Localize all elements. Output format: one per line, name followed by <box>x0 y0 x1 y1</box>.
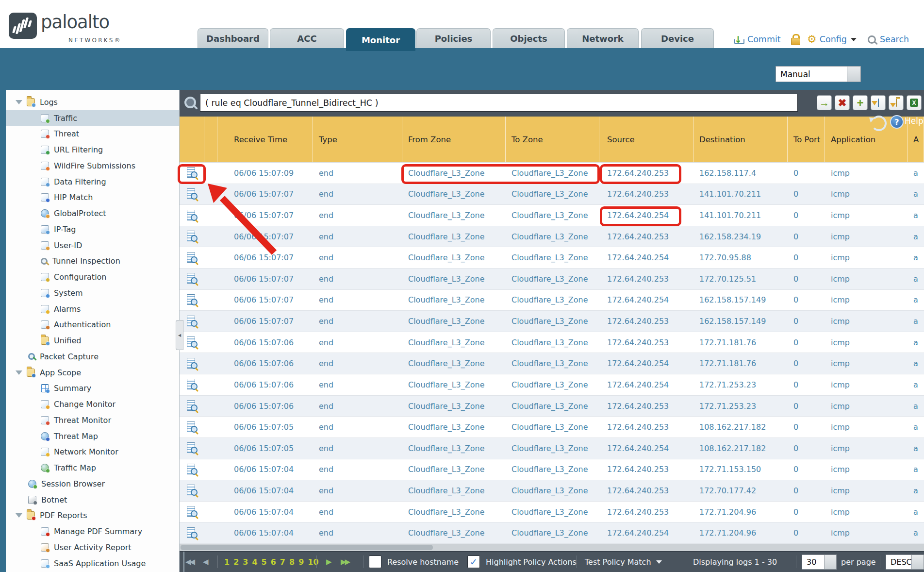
clear-filter-button[interactable]: ✖ <box>835 95 850 110</box>
scrollbar-thumb[interactable] <box>181 545 433 550</box>
tab-monitor[interactable]: Monitor <box>346 28 415 51</box>
log-row[interactable]: 06/06 15:07:04endCloudflare_L3_ZoneCloud… <box>180 502 924 523</box>
log-detail-button[interactable] <box>180 247 204 268</box>
config-menu-button[interactable]: ⚙ Config <box>807 32 857 47</box>
log-detail-button[interactable] <box>180 374 204 395</box>
page-number-4[interactable]: 4 <box>252 557 257 567</box>
log-detail-button[interactable] <box>180 438 204 459</box>
log-detail-button[interactable] <box>180 480 204 501</box>
sidebar-item-authentication[interactable]: Authentication <box>6 317 179 333</box>
prev-page-button[interactable]: ◀ <box>203 552 207 572</box>
page-number-10[interactable]: 10 <box>308 557 318 567</box>
page-size-dropdown-button[interactable] <box>824 555 836 569</box>
add-filter-button[interactable]: + <box>853 95 868 110</box>
page-number-5[interactable]: 5 <box>262 557 267 567</box>
sidebar-item-user-id[interactable]: User-ID <box>6 237 179 253</box>
sidebar-item-ip-tag[interactable]: IP-Tag <box>6 221 179 237</box>
search-button[interactable]: Search <box>868 32 909 47</box>
sidebar-item-network-monitor[interactable]: Network Monitor <box>6 444 179 460</box>
highlight-policy-checkbox[interactable]: ✓ <box>467 552 480 572</box>
log-detail-button[interactable] <box>180 502 204 522</box>
tree-expander-icon[interactable] <box>16 370 22 375</box>
sidebar-item-tunnel-inspection[interactable]: Tunnel Inspection <box>6 253 179 269</box>
filter-builder-button[interactable] <box>871 95 886 110</box>
sidebar-item-data-filtering[interactable]: Data Filtering <box>6 174 179 190</box>
commit-button[interactable]: ↓ Commit <box>734 32 781 47</box>
column-header-to-port[interactable]: To Port <box>788 117 825 162</box>
log-row[interactable]: 06/06 15:07:06endCloudflare_L3_ZoneCloud… <box>180 374 924 396</box>
tab-device[interactable]: Device <box>641 28 714 48</box>
log-row[interactable]: 06/06 15:07:07endCloudflare_L3_ZoneCloud… <box>180 290 924 311</box>
page-number-1[interactable]: 1 <box>224 557 230 567</box>
log-row[interactable]: 06/06 15:07:05endCloudflare_L3_ZoneCloud… <box>180 438 924 459</box>
sidebar-item-user-activity-report[interactable]: User Activity Report <box>6 539 179 555</box>
sidebar-item-unified[interactable]: Unified <box>6 333 179 349</box>
sidebar-item-globalprotect[interactable]: GlobalProtect <box>6 205 179 221</box>
tab-policies[interactable]: Policies <box>416 28 491 48</box>
apply-filter-button[interactable]: → <box>817 95 832 110</box>
log-detail-button[interactable] <box>180 184 204 205</box>
auto-refresh-select[interactable]: Manual <box>776 66 861 82</box>
log-row[interactable]: 06/06 15:07:04endCloudflare_L3_ZoneCloud… <box>180 480 924 502</box>
help-label[interactable]: Help <box>905 116 924 126</box>
column-header-destination[interactable]: Destination <box>693 117 788 162</box>
tab-acc[interactable]: ACC <box>270 28 344 48</box>
sidebar-item-hip-match[interactable]: HIP Match <box>6 190 179 206</box>
next-page-button[interactable]: ▶ <box>326 552 330 572</box>
sidebar-item-pdf-reports[interactable]: PDF Reports <box>6 508 179 524</box>
tree-expander-icon[interactable] <box>16 513 22 518</box>
last-page-button[interactable]: ▶▶ <box>341 552 349 572</box>
log-row[interactable]: 06/06 15:07:07endCloudflare_L3_ZoneCloud… <box>180 247 924 269</box>
log-detail-button[interactable] <box>180 353 204 374</box>
load-filter-button[interactable] <box>889 95 904 110</box>
sidebar-item-alarms[interactable]: Alarms <box>6 301 179 317</box>
log-row[interactable]: 06/06 15:07:06endCloudflare_L3_ZoneCloud… <box>180 332 924 353</box>
log-row[interactable]: 06/06 15:07:09endCloudflare_L3_ZoneCloud… <box>180 163 924 184</box>
column-header-source[interactable]: Source <box>599 117 693 162</box>
log-row[interactable]: 06/06 15:07:07endCloudflare_L3_ZoneCloud… <box>180 184 924 205</box>
page-number-6[interactable]: 6 <box>271 557 276 567</box>
help-icon[interactable]: ? <box>890 115 904 129</box>
page-number-2[interactable]: 2 <box>233 557 239 567</box>
auto-refresh-dropdown-button[interactable] <box>847 67 860 82</box>
log-row[interactable]: 06/06 15:07:04endCloudflare_L3_ZoneCloud… <box>180 522 924 544</box>
sidebar-item-summary[interactable]: Summary <box>6 381 179 397</box>
column-header-receive-time[interactable]: Receive Time <box>217 117 313 162</box>
column-header-type[interactable]: Type <box>313 117 402 162</box>
sidebar-collapse-handle[interactable]: ◀ <box>176 320 183 350</box>
sidebar-item-app-scope[interactable]: App Scope <box>6 365 179 381</box>
log-row[interactable]: 06/06 15:07:05endCloudflare_L3_ZoneCloud… <box>180 417 924 438</box>
log-row[interactable]: 06/06 15:07:07endCloudflare_L3_ZoneCloud… <box>180 205 924 226</box>
sidebar-item-configuration[interactable]: Configuration <box>6 269 179 285</box>
log-detail-button[interactable] <box>180 269 204 289</box>
sidebar-item-url-filtering[interactable]: URL Filtering <box>6 142 179 158</box>
sidebar-item-change-monitor[interactable]: Change Monitor <box>6 396 179 412</box>
tab-network[interactable]: Network <box>567 28 639 48</box>
log-row[interactable]: 06/06 15:07:04endCloudflare_L3_ZoneCloud… <box>180 459 924 481</box>
tree-expander-icon[interactable] <box>16 100 22 104</box>
log-detail-button[interactable] <box>180 522 204 543</box>
export-button[interactable]: X <box>907 95 922 110</box>
refresh-icon[interactable] <box>871 116 887 131</box>
page-number-8[interactable]: 8 <box>289 557 295 567</box>
sidebar-item-botnet[interactable]: Botnet <box>6 492 179 508</box>
tab-dashboard[interactable]: Dashboard <box>198 28 268 48</box>
column-header-to-zone[interactable]: To Zone <box>506 117 599 162</box>
test-policy-match-button[interactable]: Test Policy Match <box>585 552 662 572</box>
sidebar-item-packet-capture[interactable]: Packet Capture <box>6 349 179 365</box>
log-detail-button[interactable] <box>180 205 204 226</box>
tab-objects[interactable]: Objects <box>493 28 565 48</box>
sidebar-item-threat-map[interactable]: Threat Map <box>6 428 179 444</box>
page-number-9[interactable]: 9 <box>298 557 304 567</box>
resolve-hostname-checkbox[interactable] <box>369 552 381 572</box>
log-row[interactable]: 06/06 15:07:07endCloudflare_L3_ZoneCloud… <box>180 311 924 332</box>
column-header-from-zone[interactable]: From Zone <box>402 117 506 162</box>
log-detail-button[interactable] <box>180 226 204 247</box>
log-row[interactable]: 06/06 15:07:07endCloudflare_L3_ZoneCloud… <box>180 226 924 248</box>
sort-order-select[interactable]: DESC <box>886 555 924 570</box>
sidebar-item-threat-monitor[interactable]: Threat Monitor <box>6 412 179 428</box>
first-page-button[interactable]: ◀◀ <box>183 552 194 572</box>
sidebar-item-logs[interactable]: Logs <box>6 94 179 110</box>
sidebar-item-session-browser[interactable]: Session Browser <box>6 476 179 492</box>
page-number-7[interactable]: 7 <box>280 557 285 567</box>
